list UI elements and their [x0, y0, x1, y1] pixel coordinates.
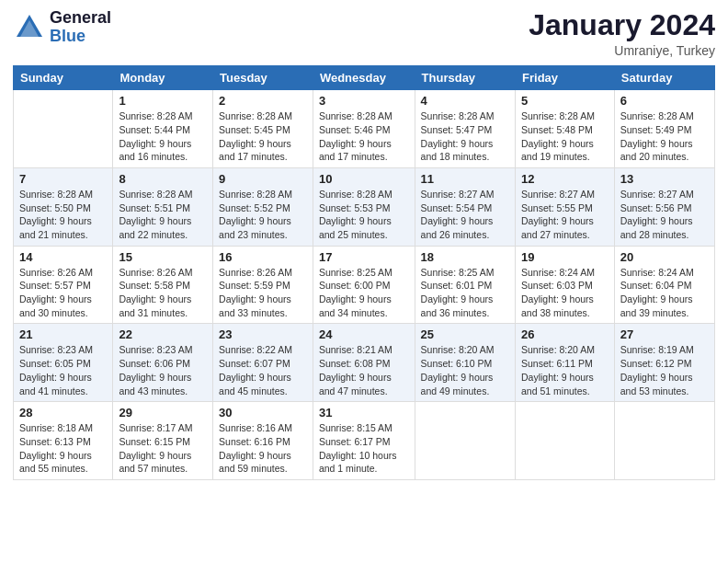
calendar-cell: 18Sunrise: 8:25 AM Sunset: 6:01 PM Dayli… [415, 246, 515, 324]
cell-content: 30Sunrise: 8:16 AM Sunset: 6:16 PM Dayli… [219, 406, 307, 476]
day-number: 4 [421, 94, 509, 108]
cell-info: Sunrise: 8:27 AM Sunset: 5:54 PM Dayligh… [421, 188, 509, 242]
day-number: 26 [521, 327, 609, 341]
week-row-4: 21Sunrise: 8:23 AM Sunset: 6:05 PM Dayli… [14, 324, 715, 402]
day-number: 14 [19, 250, 107, 264]
col-thursday: Thursday [415, 66, 515, 90]
day-number: 12 [521, 172, 609, 186]
calendar-cell: 26Sunrise: 8:20 AM Sunset: 6:11 PM Dayli… [516, 324, 615, 402]
cell-content: 18Sunrise: 8:25 AM Sunset: 6:01 PM Dayli… [421, 250, 509, 320]
calendar-cell: 27Sunrise: 8:19 AM Sunset: 6:12 PM Dayli… [614, 324, 714, 402]
cell-info: Sunrise: 8:17 AM Sunset: 6:15 PM Dayligh… [119, 421, 207, 476]
cell-info: Sunrise: 8:28 AM Sunset: 5:52 PM Dayligh… [219, 188, 307, 242]
cell-content: 31Sunrise: 8:15 AM Sunset: 6:17 PM Dayli… [319, 406, 409, 476]
day-number: 2 [219, 94, 307, 108]
calendar-cell: 9Sunrise: 8:28 AM Sunset: 5:52 PM Daylig… [213, 167, 313, 246]
day-number: 3 [319, 94, 409, 108]
cell-content: 5Sunrise: 8:28 AM Sunset: 5:48 PM Daylig… [521, 94, 609, 164]
day-number: 16 [219, 250, 307, 264]
location-subtitle: Umraniye, Turkey [529, 43, 715, 58]
header-row: Sunday Monday Tuesday Wednesday Thursday… [14, 66, 715, 90]
col-saturday: Saturday [614, 66, 714, 90]
calendar-cell: 14Sunrise: 8:26 AM Sunset: 5:57 PM Dayli… [14, 246, 113, 324]
calendar-cell: 12Sunrise: 8:27 AM Sunset: 5:55 PM Dayli… [516, 167, 615, 246]
cell-content: 9Sunrise: 8:28 AM Sunset: 5:52 PM Daylig… [219, 172, 307, 242]
cell-info: Sunrise: 8:26 AM Sunset: 5:59 PM Dayligh… [219, 266, 307, 320]
cell-content: 13Sunrise: 8:27 AM Sunset: 5:56 PM Dayli… [620, 172, 709, 242]
cell-content: 19Sunrise: 8:24 AM Sunset: 6:03 PM Dayli… [521, 250, 609, 320]
cell-content: 7Sunrise: 8:28 AM Sunset: 5:50 PM Daylig… [19, 172, 107, 242]
day-number: 18 [421, 250, 509, 264]
day-number: 17 [319, 250, 409, 264]
cell-info: Sunrise: 8:22 AM Sunset: 6:07 PM Dayligh… [219, 343, 307, 397]
cell-content: 17Sunrise: 8:25 AM Sunset: 6:00 PM Dayli… [319, 250, 409, 320]
day-number: 6 [620, 94, 709, 108]
calendar-cell: 11Sunrise: 8:27 AM Sunset: 5:54 PM Dayli… [415, 167, 515, 246]
day-number: 27 [620, 327, 709, 341]
cell-info: Sunrise: 8:18 AM Sunset: 6:13 PM Dayligh… [19, 421, 107, 476]
day-number: 23 [219, 327, 307, 341]
calendar-cell: 21Sunrise: 8:23 AM Sunset: 6:05 PM Dayli… [14, 324, 113, 402]
calendar-cell: 15Sunrise: 8:26 AM Sunset: 5:58 PM Dayli… [113, 246, 213, 324]
col-monday: Monday [113, 66, 213, 90]
calendar-cell: 30Sunrise: 8:16 AM Sunset: 6:16 PM Dayli… [213, 402, 313, 480]
week-row-1: 1Sunrise: 8:28 AM Sunset: 5:44 PM Daylig… [14, 90, 715, 168]
cell-content: 26Sunrise: 8:20 AM Sunset: 6:11 PM Dayli… [521, 327, 609, 397]
calendar-cell [614, 402, 714, 480]
cell-content: 11Sunrise: 8:27 AM Sunset: 5:54 PM Dayli… [421, 172, 509, 242]
calendar-cell: 29Sunrise: 8:17 AM Sunset: 6:15 PM Dayli… [113, 402, 213, 480]
cell-content: 29Sunrise: 8:17 AM Sunset: 6:15 PM Dayli… [119, 406, 207, 476]
calendar-cell: 28Sunrise: 8:18 AM Sunset: 6:13 PM Dayli… [14, 402, 113, 480]
day-number: 13 [620, 172, 709, 186]
cell-info: Sunrise: 8:25 AM Sunset: 6:01 PM Dayligh… [421, 266, 509, 320]
cell-info: Sunrise: 8:27 AM Sunset: 5:56 PM Dayligh… [620, 188, 709, 242]
calendar-cell: 5Sunrise: 8:28 AM Sunset: 5:48 PM Daylig… [516, 90, 615, 168]
cell-info: Sunrise: 8:25 AM Sunset: 6:00 PM Dayligh… [319, 266, 409, 320]
calendar-cell: 13Sunrise: 8:27 AM Sunset: 5:56 PM Dayli… [614, 167, 714, 246]
day-number: 11 [421, 172, 509, 186]
col-sunday: Sunday [14, 66, 113, 90]
cell-info: Sunrise: 8:26 AM Sunset: 5:57 PM Dayligh… [19, 266, 107, 320]
calendar-cell: 6Sunrise: 8:28 AM Sunset: 5:49 PM Daylig… [614, 90, 714, 168]
cell-content: 28Sunrise: 8:18 AM Sunset: 6:13 PM Dayli… [19, 406, 107, 476]
day-number: 15 [119, 250, 207, 264]
cell-content: 24Sunrise: 8:21 AM Sunset: 6:08 PM Dayli… [319, 327, 409, 397]
col-wednesday: Wednesday [313, 66, 415, 90]
col-friday: Friday [516, 66, 615, 90]
cell-content: 3Sunrise: 8:28 AM Sunset: 5:46 PM Daylig… [319, 94, 409, 164]
cell-info: Sunrise: 8:28 AM Sunset: 5:46 PM Dayligh… [319, 109, 409, 164]
cell-info: Sunrise: 8:28 AM Sunset: 5:50 PM Dayligh… [19, 188, 107, 242]
cell-info: Sunrise: 8:28 AM Sunset: 5:51 PM Dayligh… [119, 188, 207, 242]
day-number: 8 [119, 172, 207, 186]
day-number: 25 [421, 327, 509, 341]
day-number: 24 [319, 327, 409, 341]
cell-info: Sunrise: 8:23 AM Sunset: 6:05 PM Dayligh… [19, 343, 107, 397]
day-number: 20 [620, 250, 709, 264]
logo-general: General [50, 9, 111, 28]
cell-content: 8Sunrise: 8:28 AM Sunset: 5:51 PM Daylig… [119, 172, 207, 242]
cell-info: Sunrise: 8:21 AM Sunset: 6:08 PM Dayligh… [319, 343, 409, 397]
day-number: 31 [319, 406, 409, 419]
calendar-cell: 20Sunrise: 8:24 AM Sunset: 6:04 PM Dayli… [614, 246, 714, 324]
day-number: 28 [19, 406, 107, 419]
cell-info: Sunrise: 8:15 AM Sunset: 6:17 PM Dayligh… [319, 421, 409, 476]
day-number: 30 [219, 406, 307, 419]
cell-info: Sunrise: 8:26 AM Sunset: 5:58 PM Dayligh… [119, 266, 207, 320]
cell-info: Sunrise: 8:27 AM Sunset: 5:55 PM Dayligh… [521, 188, 609, 242]
cell-content: 23Sunrise: 8:22 AM Sunset: 6:07 PM Dayli… [219, 327, 307, 397]
cell-content: 25Sunrise: 8:20 AM Sunset: 6:10 PM Dayli… [421, 327, 509, 397]
cell-content: 2Sunrise: 8:28 AM Sunset: 5:45 PM Daylig… [219, 94, 307, 164]
cell-info: Sunrise: 8:24 AM Sunset: 6:03 PM Dayligh… [521, 266, 609, 320]
month-title: January 2024 [529, 9, 715, 41]
cell-content: 22Sunrise: 8:23 AM Sunset: 6:06 PM Dayli… [119, 327, 207, 397]
week-row-3: 14Sunrise: 8:26 AM Sunset: 5:57 PM Dayli… [14, 246, 715, 324]
calendar-cell: 8Sunrise: 8:28 AM Sunset: 5:51 PM Daylig… [113, 167, 213, 246]
logo: General Blue [13, 9, 111, 46]
calendar-cell: 3Sunrise: 8:28 AM Sunset: 5:46 PM Daylig… [313, 90, 415, 168]
logo-blue: Blue [50, 28, 111, 46]
cell-content: 15Sunrise: 8:26 AM Sunset: 5:58 PM Dayli… [119, 250, 207, 320]
day-number: 22 [119, 327, 207, 341]
cell-info: Sunrise: 8:28 AM Sunset: 5:47 PM Dayligh… [421, 109, 509, 164]
day-number: 29 [119, 406, 207, 419]
col-tuesday: Tuesday [213, 66, 313, 90]
